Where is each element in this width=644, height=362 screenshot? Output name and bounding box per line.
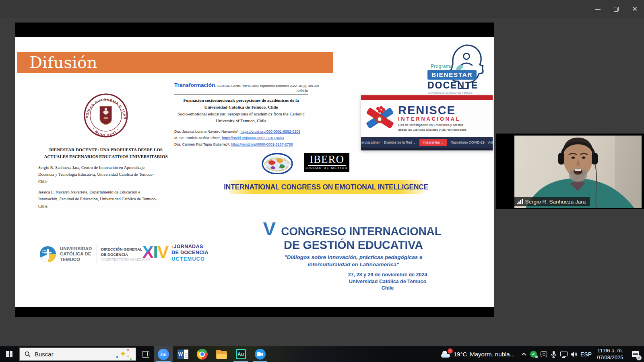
article-title-en-1: Socio-emotional education: perceptions o… [174, 111, 308, 117]
xiv-line-2: DE DOCENCIA [171, 250, 208, 256]
xiv-letter-x: X [142, 242, 153, 262]
paper-authors: Sergio R. Sanhueza Jara, Centro de Innov… [38, 164, 161, 213]
journal-header: Transformación , ISSN: 2077-2955, RNPS: … [174, 82, 308, 88]
renisce-body: RENISCE INTERNACIONAL Red de Investigaci… [361, 100, 493, 137]
language-indicator[interactable]: ESP [579, 346, 593, 362]
renisce-nav-item-active: Integrantes ⌄ [419, 139, 447, 146]
renisce-top-bar [361, 95, 493, 100]
ibero-name: IBERO [308, 153, 346, 166]
uct-divider [97, 245, 97, 263]
search-input[interactable] [35, 351, 103, 358]
article-author-row: Dra. Jessica Lorena Navarro Navarrete¹, … [174, 128, 308, 135]
bienestar-name-2: DOCENTE [427, 80, 478, 91]
clock-date: 07/08/2025 [597, 354, 623, 361]
security-tray-button[interactable]: ✓ [528, 346, 539, 362]
xiv-jornadas-logo: XIV ›JORNADAS DE DOCENCIA UCTEMUCO [142, 242, 208, 262]
taskbar-app-audition[interactable]: Au [231, 346, 250, 362]
renisce-nav-item: Eventos de la Red ⌄ [384, 140, 416, 144]
chrome-app-icon [197, 349, 208, 360]
xiv-letter-i: I [153, 242, 157, 262]
orcid-link: https://orcid.org/0000-0001-5167-2788 [231, 142, 293, 146]
taskbar-app-word[interactable]: W [173, 346, 192, 362]
clock-time: 11:06 a. m. [597, 348, 623, 354]
task-view-button[interactable] [138, 346, 153, 362]
journal-meta: , ISSN: 2077-2955, RNPS: 2098, septiembr… [215, 84, 319, 88]
weather-cloud-icon: 1 [440, 351, 451, 358]
start-button[interactable] [0, 346, 19, 362]
presentation-slide: Difusión UNIVERSIDAD AUTÓNOMA D TLAXCALA… [15, 23, 494, 317]
windows-taskbar: ✦ ✦ zm W Au 1 [0, 346, 644, 362]
taskbar-app-zoom[interactable]: zm [154, 346, 173, 362]
article-author-row: M. Sc. Patricia Muñoz Pirce¹, https://or… [174, 135, 308, 141]
article-title-es-2: Universidad Católica de Temuco, Chile [174, 104, 308, 111]
weather-temperature: 19°C [454, 351, 467, 358]
bienestar-caption: UNIVERSIDAD CATÓLICA DE TEMUCO [428, 92, 473, 94]
paper-author-1: Sergio R. Sanhueza Jara, Centro de Innov… [38, 164, 161, 185]
renisce-bottom-strip [361, 148, 493, 150]
sparkle-icon: ✦ [120, 349, 127, 359]
congress-country: Chile [327, 285, 448, 291]
participant-name: Sergio R. Sanhueza Jara [525, 199, 586, 205]
orcid-link: https://orcid.org/000-0001-6982-0208 [241, 130, 301, 134]
shared-screen-area: Difusión UNIVERSIDAD AUTÓNOMA D TLAXCALA… [0, 18, 644, 346]
taskbar-app-chrome[interactable] [192, 346, 212, 362]
microphone-tray-button[interactable] [549, 346, 559, 362]
slide-title-banner: Difusión [17, 52, 333, 73]
congress-line-2: DE GESTIÓN EDUCATIVA [284, 239, 423, 251]
file-explorer-icon [216, 351, 227, 359]
renisce-tagline-1: Red de Investigación en Emociones y Afec… [398, 123, 466, 127]
search-icon [25, 351, 31, 357]
network-tray-button[interactable] [559, 346, 569, 362]
orcid-link: https://orcid.org/0000-0002-6240-8453 [222, 136, 284, 140]
weather-widget[interactable]: 1 19°C Mayorm. nubla... [437, 346, 518, 362]
article-titles: Formación socioemocional: percepciones d… [174, 97, 308, 124]
article-authors: Dra. Jessica Lorena Navarro Navarrete¹, … [174, 128, 308, 148]
restore-button[interactable] [607, 0, 625, 18]
search-highlights-icon[interactable]: ✦ ✦ [117, 349, 131, 360]
author-name: Dra. Carmen Paz Tapia Gutierrez¹, [174, 142, 231, 146]
close-button[interactable]: ✕ [625, 0, 644, 18]
article-title-es-1: Formación socioemocional: percepciones d… [174, 97, 308, 104]
renisce-nav-item: Repositorio COVID-19 [450, 140, 485, 144]
congress-dates: 27, 28 y 29 de noviembre de 2024 Univers… [327, 272, 448, 291]
security-check-icon: ✓ [530, 351, 537, 358]
hidden-icons-button[interactable] [518, 346, 528, 362]
taskbar-search[interactable]: ✦ ✦ [19, 348, 136, 361]
paper-author-2: Jessica L. Navarro Navarrete, Departamen… [38, 189, 161, 210]
taskbar-app-file-explorer[interactable] [212, 346, 231, 362]
chevron-right-icon: › [171, 243, 173, 249]
renisce-logo [363, 104, 396, 133]
speaker-video-tile[interactable]: Sergio R. Sanhueza Jara [514, 136, 642, 208]
xiv-line-1: JORNADAS [173, 244, 203, 249]
close-icon: ✕ [632, 6, 638, 12]
volume-tray-button[interactable] [569, 346, 579, 362]
participant-name-tag: Sergio R. Sanhueza Jara [514, 197, 590, 206]
sparkle-icon: ✦ [126, 354, 130, 359]
clock[interactable]: 11:06 a. m. 07/08/2025 [593, 346, 627, 362]
ibero-city: CIUDAD DE MÉXICO [304, 166, 349, 170]
action-center-button[interactable]: 2 [627, 346, 644, 362]
bienestar-docente-logo: Programa BIENESTAR DOCENTE UNIVERSIDAD C… [427, 43, 489, 95]
renisce-nav-bar: erdisciplina» Eventos de la Red ⌄ Integr… [361, 137, 493, 148]
uct-name-line: UNIVERSIDAD [60, 246, 92, 251]
dot-decoration [130, 358, 132, 360]
paper-title: BIENESTAR DOCENTE: UNA PROPUESTA DESDE L… [41, 146, 170, 160]
renisce-nav-item: erdisciplina» [361, 140, 380, 144]
journal-article: Transformación , ISSN: 2077-2955, RNPS: … [174, 82, 308, 148]
xiv-line-3: UCTEMUCO [171, 256, 208, 262]
word-app-icon: W [178, 350, 188, 359]
uct-footer-logo: UNIVERSIDAD CATÓLICA DE TEMUCO DIRECCIÓN… [39, 243, 150, 265]
renisce-tagline-2: desde las Ciencias Sociales y las Humani… [398, 128, 466, 132]
screen-record-tray-button[interactable] [539, 346, 549, 362]
article-kind: Artículo [174, 89, 308, 93]
congress-banner-text: INTERNATIONAL CONGRESS ON EMOTIONAL INTE… [224, 183, 428, 191]
taskbar-app-camera[interactable] [250, 346, 270, 362]
notification-badge: 2 [636, 355, 642, 360]
minimize-button[interactable] [588, 0, 607, 18]
camera-app-icon [255, 349, 266, 360]
uct-name: UNIVERSIDAD CATÓLICA DE TEMUCO [60, 246, 92, 262]
restore-icon [614, 7, 619, 12]
uct-name-line: CATÓLICA DE [60, 251, 92, 257]
author-name: M. Sc. Patricia Muñoz Pirce¹, [174, 136, 222, 140]
article-author-row: Dra. Carmen Paz Tapia Gutierrez¹, https:… [174, 141, 308, 148]
